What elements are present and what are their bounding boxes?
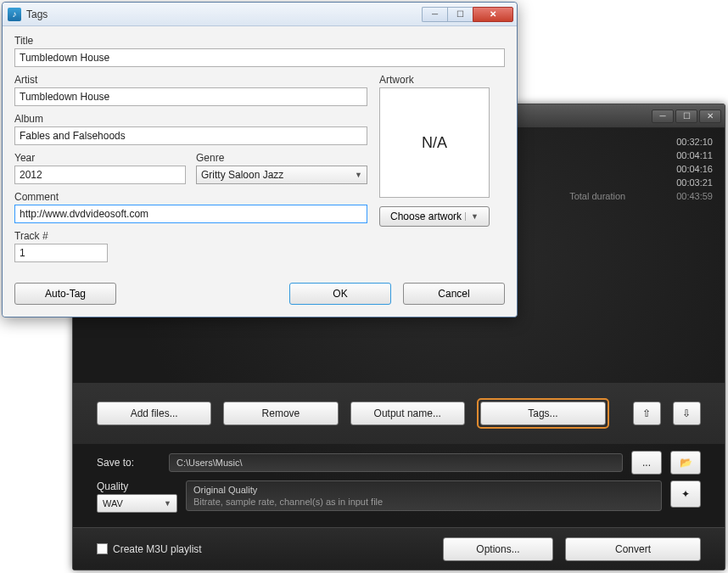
app-icon: ♪ xyxy=(8,8,21,21)
track-duration: 00:32:10 xyxy=(569,135,713,149)
album-label: Album xyxy=(14,113,367,125)
main-maximize-button[interactable]: ☐ xyxy=(675,110,697,123)
open-folder-icon: 📂 xyxy=(680,457,692,469)
track-duration: 00:04:16 xyxy=(569,162,713,176)
year-label: Year xyxy=(14,152,186,164)
move-up-button[interactable]: ⇧ xyxy=(633,402,661,425)
main-toolbar: Add files... Remove Output name... Tags.… xyxy=(73,383,725,444)
output-name-button[interactable]: Output name... xyxy=(350,402,465,425)
tags-button-highlight: Tags... xyxy=(477,398,609,429)
dialog-minimize-button[interactable]: ─ xyxy=(422,7,447,22)
ok-button[interactable]: OK xyxy=(289,283,391,305)
total-duration-label: Total duration xyxy=(569,189,625,203)
save-to-label: Save to: xyxy=(97,457,160,469)
checkbox-icon xyxy=(97,543,108,554)
main-minimize-button[interactable]: ─ xyxy=(652,110,674,123)
title-label: Title xyxy=(14,35,505,47)
tags-button[interactable]: Tags... xyxy=(480,402,606,425)
quality-label: Quality xyxy=(97,480,177,492)
cancel-button[interactable]: Cancel xyxy=(403,283,505,305)
choose-artwork-label: Choose artwork xyxy=(390,211,462,222)
bottom-bar: Create M3U playlist Options... Convert xyxy=(73,527,725,570)
track-duration: 00:04:11 xyxy=(569,149,713,162)
quality-row: Quality WAV ▼ Original Quality Bitrate, … xyxy=(97,480,701,513)
artwork-label: Artwork xyxy=(379,74,505,86)
save-to-row: Save to: C:\Users\Music\ ... 📂 xyxy=(97,451,701,475)
wand-icon: ✦ xyxy=(681,488,690,500)
dialog-footer: Auto-Tag OK Cancel xyxy=(14,283,505,305)
chevron-down-icon: ▼ xyxy=(164,499,171,508)
dialog-maximize-button[interactable]: ☐ xyxy=(447,7,473,22)
add-files-button[interactable]: Add files... xyxy=(97,402,211,425)
genre-select[interactable]: Gritty Saloon Jazz ▼ xyxy=(196,166,367,184)
track-duration: 00:03:21 xyxy=(569,176,713,189)
choose-artwork-button[interactable]: Choose artwork ▼ xyxy=(379,206,490,227)
create-playlist-label: Create M3U playlist xyxy=(113,543,202,555)
open-folder-button[interactable]: 📂 xyxy=(670,451,701,475)
convert-button[interactable]: Convert xyxy=(565,537,701,561)
options-button[interactable]: Options... xyxy=(443,537,553,561)
comment-label: Comment xyxy=(14,191,367,203)
dialog-close-button[interactable]: ✕ xyxy=(473,7,513,22)
auto-tag-button[interactable]: Auto-Tag xyxy=(14,283,116,305)
save-to-input[interactable]: C:\Users\Music\ xyxy=(169,453,623,472)
main-close-button[interactable]: ✕ xyxy=(699,110,721,123)
total-duration-value: 00:43:59 xyxy=(676,191,713,201)
chevron-down-icon: ▼ xyxy=(465,212,479,221)
chevron-down-icon: ▼ xyxy=(355,171,362,179)
tags-dialog: ♪ Tags ─ ☐ ✕ Title Artist Album xyxy=(2,2,518,317)
artist-label: Artist xyxy=(14,74,367,86)
dialog-title: Tags xyxy=(26,8,422,20)
quality-title: Original Quality xyxy=(193,484,654,496)
create-playlist-checkbox[interactable]: Create M3U playlist xyxy=(97,543,431,555)
track-label: Track # xyxy=(14,230,367,242)
year-input[interactable] xyxy=(14,166,186,184)
browse-button[interactable]: ... xyxy=(631,451,662,475)
duration-list: 00:32:10 00:04:11 00:04:16 00:03:21 Tota… xyxy=(569,135,713,203)
quality-subtext: Bitrate, sample rate, channel(s) as in i… xyxy=(193,496,654,508)
quality-settings-button[interactable]: ✦ xyxy=(670,480,701,508)
artist-input[interactable] xyxy=(14,87,367,106)
remove-button[interactable]: Remove xyxy=(223,402,338,425)
artwork-preview: N/A xyxy=(379,87,490,198)
genre-label: Genre xyxy=(196,152,367,164)
genre-value: Gritty Saloon Jazz xyxy=(201,169,283,181)
comment-input[interactable] xyxy=(14,205,367,223)
title-input[interactable] xyxy=(14,48,505,67)
dialog-titlebar[interactable]: ♪ Tags ─ ☐ ✕ xyxy=(3,3,517,26)
move-down-button[interactable]: ⇩ xyxy=(673,402,701,425)
track-input[interactable] xyxy=(14,244,108,262)
quality-format-select[interactable]: WAV ▼ xyxy=(97,494,177,513)
quality-format-value: WAV xyxy=(103,498,123,508)
album-input[interactable] xyxy=(14,126,367,145)
quality-description[interactable]: Original Quality Bitrate, sample rate, c… xyxy=(186,480,662,511)
dialog-body: Title Artist Album Year xyxy=(3,26,517,317)
